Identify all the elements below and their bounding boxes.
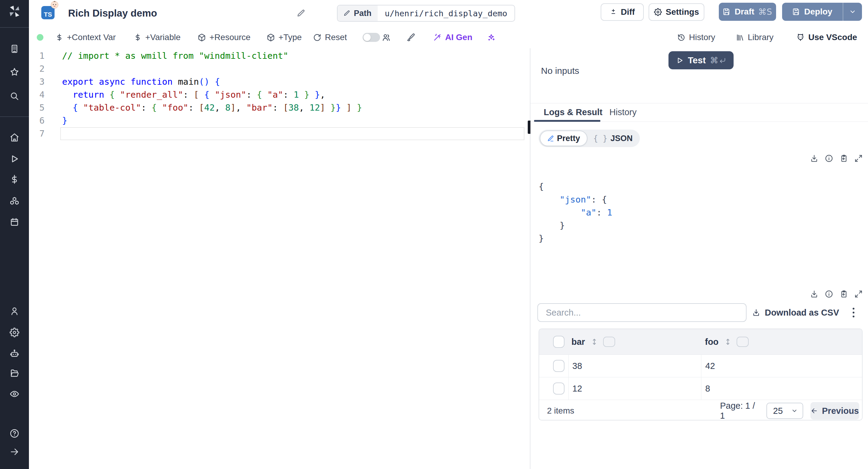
path-value[interactable]: u/henri/rich_display_demo	[378, 5, 515, 21]
play-icon	[10, 154, 19, 164]
line-number: 2	[29, 62, 44, 75]
sidebar-item-favorites[interactable]	[10, 67, 19, 77]
line-number: 4	[29, 88, 44, 101]
download-icon	[752, 309, 760, 316]
library-icon	[736, 33, 744, 41]
deploy-menu-button[interactable]	[843, 8, 862, 15]
sidebar-divider	[0, 116, 29, 117]
column-header-foo[interactable]: foo	[705, 329, 718, 354]
row-checkbox[interactable]	[553, 360, 564, 372]
select-all-checkbox[interactable]	[553, 336, 564, 348]
code-line	[62, 127, 362, 140]
path-field[interactable]: Path u/henri/rich_display_demo	[337, 5, 515, 22]
format-button[interactable]	[407, 27, 415, 48]
code-editor[interactable]: 1234567 // import * as wmill from "windm…	[29, 48, 530, 469]
column-option-foo[interactable]	[737, 337, 749, 347]
sidebar-item-workspace[interactable]	[10, 44, 19, 54]
ai-gen-button[interactable]: AI Gen	[433, 27, 472, 48]
sidebar-item-variables[interactable]	[10, 175, 19, 184]
result-json: { "json": { "a": 1 }}	[538, 180, 612, 245]
deploy-button[interactable]: Deploy	[782, 7, 843, 17]
home-icon	[10, 133, 19, 142]
sidebar-expand[interactable]	[10, 447, 19, 457]
sidebar-item-help[interactable]	[10, 429, 19, 438]
sidebar-item-account[interactable]	[10, 306, 19, 316]
page-size-select[interactable]: 25	[767, 403, 803, 419]
row-checkbox[interactable]	[553, 382, 564, 395]
result-json-line: }	[538, 232, 612, 245]
sidebar-item-runs[interactable]	[10, 154, 19, 164]
table-cell: 42	[705, 355, 715, 377]
code-content[interactable]: // import * as wmill from "windmill-clie…	[62, 50, 362, 140]
boxes-icon	[10, 196, 19, 206]
active-tab-underline	[534, 120, 600, 122]
sidebar-item-schedules[interactable]	[10, 217, 19, 227]
sort-icon[interactable]	[590, 338, 598, 346]
sidebar	[0, 0, 29, 469]
sidebar-item-workers[interactable]	[10, 349, 19, 358]
sidebar-item-settings[interactable]	[10, 327, 19, 337]
page-indicator: Page: 1 / 1	[720, 400, 761, 420]
diff-mode-toggle[interactable]	[363, 33, 380, 42]
diff-button[interactable]: Diff	[601, 3, 644, 21]
history-button[interactable]: History	[677, 27, 715, 48]
tab-logs-result[interactable]: Logs & Result	[544, 103, 602, 122]
column-header-bar[interactable]: bar	[571, 329, 585, 354]
sidebar-item-folders[interactable]	[10, 368, 19, 378]
json-view-button[interactable]: { } JSON	[587, 134, 639, 143]
table-menu-button[interactable]	[850, 303, 857, 322]
download-icon[interactable]	[810, 154, 818, 162]
clipboard-copy-icon[interactable]	[840, 290, 848, 298]
tab-history[interactable]: History	[610, 103, 637, 122]
reset-button[interactable]: Reset	[313, 27, 347, 48]
settings-button[interactable]: Settings	[649, 3, 704, 21]
code-line: return { "render_all": [ { "json": { "a"…	[62, 88, 362, 101]
code-line: // import * as wmill from "windmill-clie…	[62, 50, 362, 62]
sort-icon[interactable]	[724, 338, 732, 346]
info-icon[interactable]	[825, 154, 833, 162]
help-icon	[10, 429, 19, 438]
chevron-down-icon	[849, 8, 856, 15]
edit-summary-button[interactable]	[297, 0, 305, 27]
eye-icon	[10, 389, 19, 399]
play-icon	[676, 57, 684, 64]
line-number: 1	[29, 50, 44, 62]
sidebar-item-home[interactable]	[10, 133, 19, 142]
windmill-logo[interactable]	[7, 4, 22, 19]
clipboard-copy-icon[interactable]	[840, 154, 848, 162]
sidebar-item-search[interactable]	[10, 91, 19, 101]
dollar-icon	[134, 33, 142, 41]
info-icon[interactable]	[825, 290, 833, 298]
table-row[interactable]: 3842	[539, 355, 862, 377]
no-inputs-label: No inputs	[541, 66, 579, 76]
add-context-var-button[interactable]: +Context Var	[56, 27, 116, 48]
table-row[interactable]: 128	[539, 377, 862, 400]
collaborators-button[interactable]	[382, 27, 391, 48]
expand-icon[interactable]	[855, 290, 863, 298]
result-view-toggle: Pretty { } JSON	[538, 130, 640, 147]
ai-suggest-button[interactable]	[487, 27, 495, 48]
search-input[interactable]	[537, 303, 747, 322]
cell-divider	[701, 355, 701, 377]
sidebar-item-audit[interactable]	[10, 389, 19, 399]
draft-button[interactable]: Draft ⌘S	[719, 3, 776, 21]
result-actions	[810, 154, 863, 162]
arrow-right-icon	[10, 447, 19, 457]
library-button[interactable]: Library	[736, 27, 774, 48]
expand-icon[interactable]	[855, 154, 863, 162]
use-vscode-button[interactable]: Use VScode	[796, 27, 857, 48]
test-button[interactable]: Test ⌘	[669, 51, 734, 69]
download-icon[interactable]	[810, 290, 818, 298]
line-number: 5	[29, 101, 44, 114]
column-option-bar[interactable]	[603, 337, 615, 347]
add-resource-button[interactable]: +Resource	[198, 27, 250, 48]
sidebar-item-resources[interactable]	[10, 196, 19, 206]
pretty-view-button[interactable]: Pretty	[540, 130, 587, 146]
plus-minus-icon	[610, 8, 617, 16]
pencil-icon	[344, 10, 350, 17]
previous-page-button[interactable]: Previous	[810, 402, 859, 419]
add-type-button[interactable]: +Type	[267, 27, 302, 48]
download-csv-button[interactable]: Download as CSV	[752, 303, 839, 322]
add-variable-button[interactable]: +Variable	[134, 27, 181, 48]
app-window: TS Rich Display demo Path u/henri/rich_d…	[0, 0, 868, 469]
